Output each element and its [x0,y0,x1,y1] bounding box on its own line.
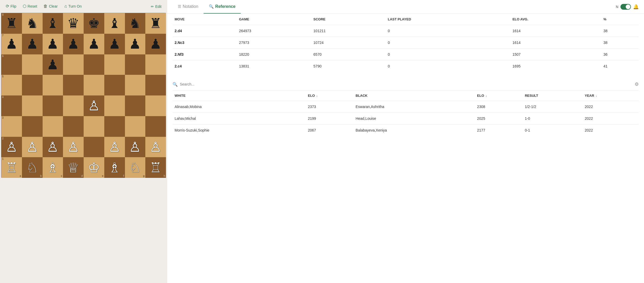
board-cell-f2[interactable]: ♙ [104,137,125,157]
board-cell-c2[interactable]: ♙ [43,137,63,157]
board-cell-d1[interactable]: d♕ [63,157,84,178]
board-cell-f6[interactable] [104,54,125,75]
board-cell-b7[interactable]: ♟ [22,34,43,54]
board-cell-h7[interactable]: ♟ [145,34,166,54]
game-black: Balabayeva,Xeniya [354,124,475,136]
board-cell-g3[interactable] [125,116,146,137]
board-cell-d3[interactable] [63,116,84,137]
bell-icon[interactable]: 🔔 [633,4,639,10]
moves-row[interactable]: 2.Nf3 18220 6570 0 1507 36 [172,49,639,60]
board-cell-g2[interactable]: ♙ [125,137,146,157]
board-cell-b8[interactable]: ♞ [22,13,43,34]
board-cell-b1[interactable]: b♘ [22,157,43,178]
board-cell-a8[interactable]: 8♜ [1,13,22,34]
board-cell-f3[interactable] [104,116,125,137]
board-cell-d2[interactable]: ♙ [63,137,84,157]
board-cell-a4[interactable]: 4 [1,95,22,116]
board-cell-f5[interactable] [104,75,125,95]
board-cell-c1[interactable]: c♗ [43,157,63,178]
board-cell-c4[interactable] [43,95,63,116]
flip-button[interactable]: ⟳ Flip [3,2,19,11]
col-elo-white[interactable]: ELO ↓ [306,90,354,101]
moves-row[interactable]: 2.c4 13831 5790 0 1695 41 [172,60,639,72]
board-cell-e6[interactable] [84,54,104,75]
board-cell-e5[interactable] [84,75,104,95]
board-cell-d7[interactable]: ♟ [63,34,84,54]
board-cell-c5[interactable] [43,75,63,95]
filter-icon[interactable]: ⚙ [635,81,639,87]
board-cell-g5[interactable] [125,75,146,95]
game-row[interactable]: Alinasab,Mobina 2373 Eswaran,Ashritha 23… [172,101,639,113]
board-cell-h1[interactable]: h♖ [145,157,166,178]
tab-notation[interactable]: ☰ Notation [172,0,204,14]
search-input[interactable] [180,82,635,86]
board-cell-c7[interactable]: ♟ [43,34,63,54]
board-cell-a1[interactable]: 1a♖ [1,157,22,178]
n-label: N [616,5,618,9]
board-cell-f4[interactable] [104,95,125,116]
reset-button[interactable]: ⬡ Reset [20,2,40,11]
game-elo-black: 2025 [475,113,523,124]
move-game: 27973 [237,37,311,49]
turnon-button[interactable]: ♫ Turn On [61,2,84,11]
board-cell-b4[interactable] [22,95,43,116]
board-cell-h3[interactable] [145,116,166,137]
edit-button[interactable]: ✏ Edit [148,3,164,10]
board-cell-d5[interactable] [63,75,84,95]
board-cell-b6[interactable] [22,54,43,75]
board-cell-g7[interactable]: ♟ [125,34,146,54]
board-cell-e4[interactable]: ♙ [84,95,104,116]
board-cell-h4[interactable] [145,95,166,116]
reference-icon: 🔍 [209,4,214,9]
board-cell-b3[interactable] [22,116,43,137]
moves-row[interactable]: 2.d4 264973 101211 0 1614 38 [172,25,639,37]
board-cell-a5[interactable]: 5 [1,75,22,95]
board-cell-h8[interactable]: ♜ [145,13,166,34]
board-cell-h6[interactable] [145,54,166,75]
board-cell-e1[interactable]: e♔ [84,157,104,178]
board-cell-e2[interactable] [84,137,104,157]
board-cell-a3[interactable]: 3 [1,116,22,137]
board-cell-g6[interactable] [125,54,146,75]
board-cell-a6[interactable]: 6 [1,54,22,75]
board-cell-b5[interactable] [22,75,43,95]
board-cell-e3[interactable] [84,116,104,137]
board-cell-g1[interactable]: g♘ [125,157,146,178]
chess-piece: ♜ [150,16,162,30]
board-cell-a2[interactable]: 2♙ [1,137,22,157]
board-cell-e7[interactable]: ♟ [84,34,104,54]
chess-board[interactable]: 8♜♞♝♛♚♝♞♜7♟♟♟♟♟♟♟♟6♟54♙32♙♙♙♙♙♙♙1a♖b♘c♗d… [1,13,166,178]
move-elo-avg: 1507 [510,49,601,60]
chess-piece: ♙ [129,140,141,154]
board-cell-f7[interactable]: ♟ [104,34,125,54]
move-percent: 38 [601,37,639,49]
col-elo-black[interactable]: ELO ↓ [475,90,523,101]
board-cell-d8[interactable]: ♛ [63,13,84,34]
board-cell-d6[interactable] [63,54,84,75]
col-year[interactable]: YEAR ↓ [583,90,639,101]
tab-reference[interactable]: 🔍 Reference [204,0,241,14]
game-result: 0-1 [523,124,583,136]
board-cell-c6[interactable]: ♟ [43,54,63,75]
board-cell-h5[interactable] [145,75,166,95]
board-cell-f8[interactable]: ♝ [104,13,125,34]
moves-row[interactable]: 2.Nc3 27973 10724 0 1614 38 [172,37,639,49]
board-cell-h2[interactable]: ♙ [145,137,166,157]
board-cell-d4[interactable] [63,95,84,116]
toggle-switch[interactable] [620,4,631,10]
game-row[interactable]: Morris-Suzuki,Sophie 2067 Balabayeva,Xen… [172,124,639,136]
board-cell-g8[interactable]: ♞ [125,13,146,34]
board-cell-g4[interactable] [125,95,146,116]
board-cell-e8[interactable]: ♚ [84,13,104,34]
chess-piece: ♟ [67,37,79,51]
game-row[interactable]: Lahav,Michal 2199 Head,Louise 2025 1-0 2… [172,113,639,124]
move-percent: 36 [601,49,639,60]
clear-button[interactable]: 🗑 Clear [41,2,60,11]
board-cell-b2[interactable]: ♙ [22,137,43,157]
board-cell-a7[interactable]: 7♟ [1,34,22,54]
file-label-h: h [164,175,165,177]
chess-piece: ♙ [88,99,100,112]
board-cell-f1[interactable]: f♗ [104,157,125,178]
board-cell-c8[interactable]: ♝ [43,13,63,34]
board-cell-c3[interactable] [43,116,63,137]
